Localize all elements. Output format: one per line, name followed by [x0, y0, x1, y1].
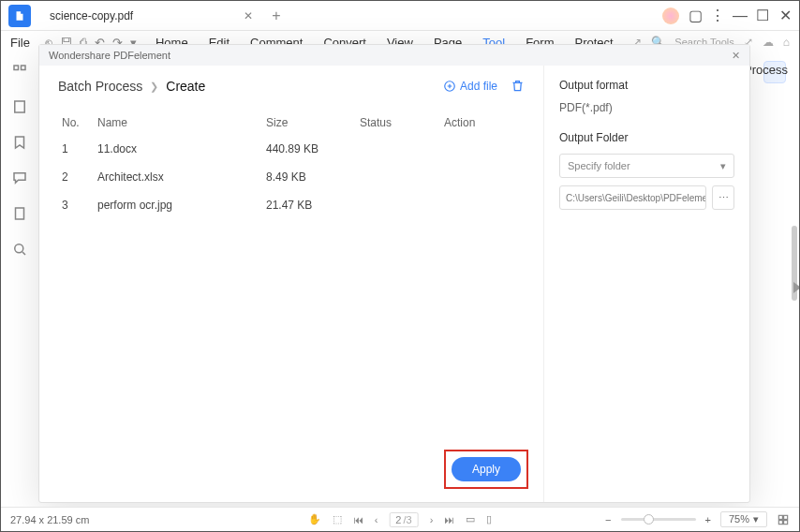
page-dimensions: 27.94 x 21.59 cm	[10, 514, 89, 525]
output-format-label: Output format	[559, 79, 734, 92]
statusbar: 27.94 x 21.59 cm ✋ ⬚ ⏮ ‹ 2 /3 › ⏭ ▭ ▯ − …	[1, 507, 799, 531]
zoom-out-icon[interactable]: −	[605, 514, 611, 525]
col-name: Name	[94, 111, 262, 135]
dialog-close-icon[interactable]: ✕	[732, 50, 740, 62]
bookmark-icon[interactable]	[11, 134, 28, 151]
page-current: 2	[395, 514, 401, 525]
zoom-percent-value: 75%	[729, 513, 749, 525]
page-total: /3	[403, 514, 411, 525]
cell-name: perform ocr.jpg	[94, 191, 262, 219]
account-avatar[interactable]	[662, 7, 679, 24]
select-tool-icon[interactable]: ⬚	[333, 513, 342, 525]
help-icon[interactable]: ⌂	[783, 36, 790, 49]
svg-point-4	[15, 244, 23, 253]
svg-rect-9	[784, 520, 788, 524]
col-no: No.	[58, 111, 94, 135]
close-window-icon[interactable]: ✕	[778, 9, 792, 22]
cell-no: 1	[58, 135, 94, 163]
app-logo	[8, 5, 31, 27]
cell-no: 2	[58, 163, 94, 191]
table-row[interactable]: 3 perform ocr.jpg 21.47 KB	[58, 191, 525, 219]
table-row[interactable]: 2 Architect.xlsx 8.49 KB	[58, 163, 525, 191]
process-label: Process	[744, 63, 788, 77]
last-page-icon[interactable]: ⏭	[444, 514, 454, 525]
prev-page-icon[interactable]: ‹	[375, 514, 378, 525]
dialog-right-panel: Output format PDF(*.pdf) Output Folder S…	[543, 66, 749, 502]
svg-rect-6	[778, 515, 782, 519]
svg-rect-1	[22, 66, 26, 70]
batch-process-dialog: Wondershare PDFelement ✕ Batch Process ❯…	[38, 44, 750, 503]
col-size: Size	[262, 111, 356, 135]
cell-no: 3	[58, 191, 94, 219]
first-page-icon[interactable]: ⏮	[353, 514, 363, 525]
document-tab[interactable]: science-copy.pdf ✕	[40, 3, 262, 29]
close-icon[interactable]: ✕	[244, 9, 253, 22]
continuous-page-icon[interactable]: ▯	[486, 513, 492, 525]
dialog-title: Wondershare PDFelement	[49, 50, 170, 61]
attachment-icon[interactable]	[11, 205, 28, 222]
tab-title: science-copy.pdf	[50, 9, 133, 22]
plus-circle-icon	[443, 80, 456, 93]
apply-button[interactable]: Apply	[452, 457, 521, 481]
output-path-field[interactable]: C:\Users\Geili\Desktop\PDFelement\Cr	[559, 185, 706, 210]
cloud-icon[interactable]: ☁	[763, 36, 774, 49]
output-folder-label: Output Folder	[559, 131, 734, 144]
output-path-text: C:\Users\Geili\Desktop\PDFelement\Cr	[566, 193, 706, 203]
next-page-icon[interactable]: ›	[430, 514, 434, 525]
fit-page-icon[interactable]	[777, 513, 790, 526]
cell-name: 11.docx	[94, 135, 262, 163]
chevron-down-icon: ▾	[753, 513, 759, 525]
titlebar: science-copy.pdf ✕ + ▢ ⋮ — ☐ ✕	[1, 1, 799, 31]
zoom-slider-thumb[interactable]	[644, 514, 654, 525]
breadcrumb-root[interactable]: Batch Process	[58, 79, 142, 94]
trash-icon[interactable]	[511, 79, 525, 93]
apply-highlight: Apply	[444, 450, 528, 489]
left-rail	[1, 53, 38, 509]
pages-icon[interactable]	[11, 98, 28, 115]
svg-rect-7	[784, 515, 788, 519]
dialog-titlebar: Wondershare PDFelement ✕	[39, 45, 749, 66]
chevron-down-icon: ▾	[720, 160, 726, 172]
search-panel-icon[interactable]	[11, 241, 28, 258]
zoom-in-icon[interactable]: +	[705, 514, 711, 525]
svg-rect-8	[778, 520, 782, 524]
more-icon[interactable]: ⋮	[711, 9, 724, 22]
cell-size: 21.47 KB	[262, 191, 356, 219]
notification-icon[interactable]: ▢	[689, 9, 702, 22]
table-row[interactable]: 1 11.docx 440.89 KB	[58, 135, 525, 163]
svg-rect-3	[16, 208, 24, 219]
thumbnail-icon[interactable]	[11, 63, 28, 80]
dialog-left-panel: Batch Process ❯ Create Add file No. Name…	[39, 66, 543, 502]
cell-size: 440.89 KB	[262, 135, 356, 163]
svg-rect-2	[15, 101, 25, 112]
specify-folder-text: Specify folder	[568, 160, 630, 171]
single-page-icon[interactable]: ▭	[466, 513, 475, 525]
col-action: Action	[440, 111, 525, 135]
comment-icon[interactable]	[11, 170, 28, 186]
chevron-right-icon: ❯	[150, 81, 158, 93]
cell-size: 8.49 KB	[262, 163, 356, 191]
page-number-input[interactable]: 2 /3	[389, 512, 418, 527]
breadcrumb-current: Create	[166, 79, 205, 94]
specify-folder-select[interactable]: Specify folder ▾	[559, 154, 734, 178]
zoom-slider[interactable]	[621, 518, 696, 521]
collapse-arrow-icon[interactable]	[793, 282, 800, 293]
add-file-button[interactable]: Add file	[443, 80, 497, 93]
browse-button[interactable]: ⋯	[712, 185, 734, 210]
file-table: No. Name Size Status Action 1 11.docx 44…	[58, 111, 525, 219]
menu-file[interactable]: File	[1, 36, 39, 50]
output-format-value: PDF(*.pdf)	[559, 101, 734, 114]
hand-tool-icon[interactable]: ✋	[308, 513, 321, 525]
cell-name: Architect.xlsx	[94, 163, 262, 191]
minimize-icon[interactable]: —	[733, 9, 747, 22]
zoom-percent-select[interactable]: 75% ▾	[720, 511, 767, 527]
add-tab-button[interactable]: +	[272, 7, 280, 24]
svg-rect-0	[14, 66, 19, 70]
maximize-icon[interactable]: ☐	[756, 9, 769, 22]
add-file-label: Add file	[460, 80, 497, 93]
col-status: Status	[356, 111, 440, 135]
